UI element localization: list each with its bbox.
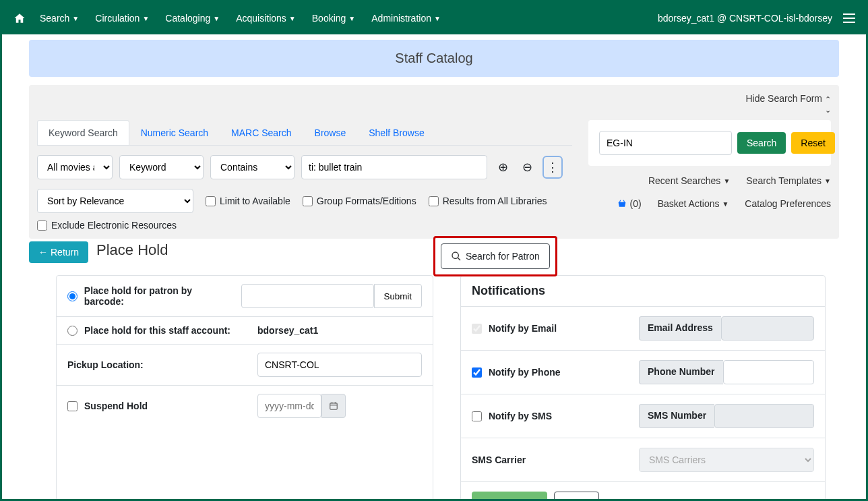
staff-catalog-banner: Staff Catalog xyxy=(29,40,839,77)
search-patron-button[interactable]: Search for Patron xyxy=(441,243,550,269)
tab-marc-search[interactable]: MARC Search xyxy=(220,120,303,145)
caret-down-icon: ▼ xyxy=(289,15,296,22)
nav-search[interactable]: Search▼ xyxy=(40,13,79,24)
exclude-electronic-checkbox[interactable]: Exclude Electronic Resources xyxy=(37,220,572,231)
phone-input[interactable] xyxy=(723,360,814,384)
submit-button[interactable]: Submit xyxy=(374,284,422,308)
group-formats-checkbox[interactable]: Group Formats/Editions xyxy=(303,196,416,206)
pickup-location-input[interactable] xyxy=(257,353,422,377)
hide-search-toggle[interactable]: Hide Search Form⌃⌄ xyxy=(37,93,831,120)
basket-actions-link[interactable]: Basket Actions▼ xyxy=(658,198,729,209)
search-tabs: Keyword Search Numeric Search MARC Searc… xyxy=(37,120,572,146)
phone-field-label: Phone Number xyxy=(639,360,723,384)
svg-line-4 xyxy=(458,258,460,260)
suspend-date-input xyxy=(257,394,321,418)
home-icon[interactable] xyxy=(13,12,26,24)
search-type-select[interactable]: All movies an xyxy=(37,155,113,179)
return-button[interactable]: ← Return xyxy=(29,241,88,263)
caret-down-icon: ▼ xyxy=(722,200,728,208)
svg-rect-1 xyxy=(843,18,855,19)
email-field-label: Email Address xyxy=(639,316,721,341)
suspend-hold-checkbox[interactable] xyxy=(67,401,78,411)
basket-link[interactable]: (0) xyxy=(617,198,642,209)
recent-searches-link[interactable]: Recent Searches▼ xyxy=(648,175,730,186)
tab-browse[interactable]: Browse xyxy=(303,120,358,145)
remove-row-icon[interactable]: ⊖ xyxy=(518,158,536,176)
more-options-icon[interactable]: ⋮ xyxy=(542,156,563,179)
search-patron-highlight: Search for Patron xyxy=(433,236,557,276)
caret-down-icon: ▼ xyxy=(434,15,441,22)
caret-down-icon: ▼ xyxy=(723,177,730,185)
catalog-prefs-link[interactable]: Catalog Preferences xyxy=(745,198,831,209)
nav-administration[interactable]: Administration▼ xyxy=(371,13,441,24)
caret-down-icon: ▼ xyxy=(348,15,355,22)
search-right: Search Reset Recent Searches▼ Search Tem… xyxy=(588,120,831,231)
caret-down-icon: ▼ xyxy=(824,177,831,185)
tab-shelf-browse[interactable]: Shelf Browse xyxy=(357,120,435,145)
svg-rect-2 xyxy=(843,22,855,23)
nav-items: Search▼ Circulation▼ Cataloging▼ Acquisi… xyxy=(40,13,658,24)
add-row-icon[interactable]: ⊕ xyxy=(494,158,512,176)
all-libraries-checkbox[interactable]: Results from All Libraries xyxy=(429,196,547,206)
arrow-left-icon: ← xyxy=(38,247,48,258)
search-match-select[interactable]: Contains xyxy=(210,155,294,179)
nav-cataloging[interactable]: Cataloging▼ xyxy=(165,13,220,24)
tab-numeric-search[interactable]: Numeric Search xyxy=(129,120,220,145)
notify-phone-label: Notify by Phone xyxy=(489,367,561,378)
hold-form: Place hold for patron by barcode: Submit… xyxy=(56,275,433,501)
notify-sms-checkbox[interactable] xyxy=(472,411,482,421)
collapse-icon: ⌃⌄ xyxy=(825,95,831,114)
hamburger-icon[interactable] xyxy=(843,13,855,23)
pickup-location-label: Pickup Location: xyxy=(67,359,144,370)
search-query-input[interactable] xyxy=(301,155,487,179)
sms-carrier-select: SMS Carriers xyxy=(639,448,814,472)
search-icon xyxy=(451,251,462,262)
page-title: Place Hold xyxy=(96,241,168,259)
notify-email-checkbox xyxy=(472,324,482,334)
notify-phone-checkbox[interactable] xyxy=(472,367,482,378)
tab-keyword-search[interactable]: Keyword Search xyxy=(37,120,129,145)
notify-email-label: Notify by Email xyxy=(489,323,557,334)
suspend-hold-label: Suspend Hold xyxy=(84,401,148,411)
svg-rect-5 xyxy=(330,403,338,409)
sms-field-label: SMS Number xyxy=(639,404,714,428)
svg-point-3 xyxy=(452,252,458,258)
search-left: Keyword Search Numeric Search MARC Searc… xyxy=(37,120,572,231)
top-navbar: Search▼ Circulation▼ Cataloging▼ Acquisi… xyxy=(2,2,866,34)
place-hold-button[interactable]: Place Hold(s) xyxy=(472,492,547,501)
quick-search-box: Search Reset xyxy=(588,120,831,166)
nav-booking[interactable]: Booking▼ xyxy=(312,13,356,24)
basket-icon xyxy=(617,199,627,208)
hold-barcode-label: Place hold for patron by barcode: xyxy=(84,285,233,307)
user-info[interactable]: bdorsey_cat1 @ CNSRT-COL-isl-bdorsey xyxy=(658,13,832,24)
hold-barcode-radio[interactable] xyxy=(67,291,78,301)
notify-sms-label: Notify by SMS xyxy=(489,411,552,421)
caret-down-icon: ▼ xyxy=(213,15,220,22)
svg-rect-0 xyxy=(843,13,855,15)
hold-staff-label: Place hold for this staff account: xyxy=(84,325,230,336)
nav-circulation[interactable]: Circulation▼ xyxy=(95,13,149,24)
notifications-header: Notifications xyxy=(461,276,825,307)
notif-reset-button[interactable]: Reset xyxy=(554,492,599,501)
search-button[interactable]: Search xyxy=(737,132,786,154)
barcode-input[interactable] xyxy=(241,284,374,308)
calendar-icon[interactable] xyxy=(321,394,346,418)
caret-down-icon: ▼ xyxy=(72,15,79,22)
limit-available-checkbox[interactable]: Limit to Available xyxy=(206,196,290,206)
search-field-select[interactable]: Keyword xyxy=(119,155,204,179)
notifications-panel: Notifications Notify by Email Email Addr… xyxy=(460,275,826,501)
staff-account-value: bdorsey_cat1 xyxy=(257,325,318,336)
reset-button[interactable]: Reset xyxy=(791,132,835,154)
search-templates-link[interactable]: Search Templates▼ xyxy=(746,175,831,186)
library-input[interactable] xyxy=(599,131,732,155)
nav-acquisitions[interactable]: Acquisitions▼ xyxy=(236,13,296,24)
place-hold-header: ← Return Place Hold Search for Patron xyxy=(29,241,839,263)
sort-select[interactable]: Sort by Relevance xyxy=(37,189,193,213)
email-input xyxy=(721,316,814,341)
form-columns: Place hold for patron by barcode: Submit… xyxy=(56,275,826,501)
search-panel: Hide Search Form⌃⌄ Keyword Search Numeri… xyxy=(29,85,839,239)
sms-input xyxy=(714,404,814,428)
hold-staff-radio[interactable] xyxy=(67,326,78,336)
sms-carrier-label: SMS Carrier xyxy=(472,454,526,465)
caret-down-icon: ▼ xyxy=(142,15,149,22)
